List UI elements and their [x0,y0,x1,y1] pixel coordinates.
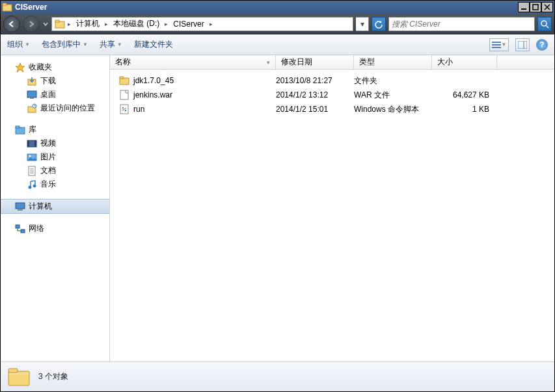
title-bar: CIServer [1,1,554,14]
help-button[interactable]: ? [536,39,548,51]
preview-pane-button[interactable] [515,38,530,51]
maximize-button[interactable] [530,2,541,12]
nav-bar: ▸ 计算机 ▸ 本地磁盘 (D:) ▸ CIServer ▸ ▾ [1,14,554,34]
svg-rect-21 [16,126,20,128]
star-icon [15,62,25,73]
toolbar: 组织▼ 包含到库中▼ 共享▼ 新建文件夹 ▼ ? [1,34,554,55]
svg-rect-7 [55,20,59,22]
refresh-button[interactable] [372,17,386,31]
sidebar-desktop[interactable]: 桌面 [1,88,109,101]
breadcrumb-folder[interactable]: CIServer [170,19,206,29]
folder-icon [7,366,31,388]
history-dropdown-icon[interactable] [42,20,49,29]
sidebar-favorites[interactable]: 收藏夹 [1,60,109,74]
videos-icon [27,138,37,149]
search-input[interactable] [388,17,535,31]
column-headers: 名称▾ 修改日期 类型 大小 [110,55,554,70]
sidebar-downloads[interactable]: 下载 [1,74,109,88]
svg-rect-10 [492,42,501,43]
file-list-pane: 名称▾ 修改日期 类型 大小 jdk1.7.0_452013/10/8 21:2… [110,55,554,361]
chevron-right-icon[interactable]: ▸ [68,21,71,27]
script-icon [119,104,129,114]
file-type: Windows 命令脚本 [354,104,432,115]
chevron-right-icon[interactable]: ▸ [165,21,168,27]
svg-rect-23 [27,140,29,147]
svg-rect-40 [120,90,128,99]
file-date: 2013/10/8 21:27 [276,76,354,85]
svg-rect-13 [518,41,527,49]
breadcrumb-disk[interactable]: 本地磁盘 (D:) [111,18,162,30]
new-folder-button[interactable]: 新建文件夹 [134,39,173,50]
svg-rect-36 [16,225,20,228]
svg-rect-39 [120,77,124,79]
sort-dropdown-icon[interactable]: ▾ [267,59,270,66]
file-date: 2014/1/2 13:12 [276,90,354,99]
column-name[interactable]: 名称▾ [110,55,276,69]
sidebar: 收藏夹 下载 桌面 最近访问的位置 库 视频 图片 文档 音乐 计算机 网络 [1,55,110,361]
svg-point-43 [125,110,126,111]
include-in-library-menu[interactable]: 包含到库中▼ [42,39,88,50]
organize-menu[interactable]: 组织▼ [7,39,30,50]
svg-line-9 [546,25,548,28]
downloads-icon [27,76,37,86]
svg-rect-37 [21,229,25,233]
sidebar-libraries[interactable]: 库 [1,123,109,137]
svg-rect-45 [8,369,18,372]
column-date[interactable]: 修改日期 [276,55,354,69]
file-name: jenkins.war [133,90,172,99]
file-size: 64,627 KB [432,90,497,99]
music-icon [27,179,37,190]
file-type: WAR 文件 [354,90,432,101]
sidebar-recent[interactable]: 最近访问的位置 [1,101,109,115]
file-name: jdk1.7.0_45 [133,76,174,85]
svg-rect-44 [8,371,29,385]
svg-point-8 [541,21,547,26]
column-size[interactable]: 大小 [432,55,497,69]
sidebar-music[interactable]: 音乐 [1,177,109,191]
svg-rect-17 [30,98,34,99]
libraries-icon [15,125,25,135]
chevron-right-icon[interactable]: ▸ [210,21,213,27]
file-icon [119,90,129,100]
documents-icon [27,166,37,176]
file-row[interactable]: jenkins.war2014/1/2 13:12WAR 文件64,627 KB [110,88,554,102]
file-size: 1 KB [432,105,497,114]
network-icon [15,224,25,234]
status-text: 3 个对象 [38,371,68,382]
svg-rect-16 [27,91,36,98]
recent-icon [27,103,37,114]
column-type[interactable]: 类型 [354,55,432,69]
search-button[interactable] [537,17,552,31]
view-options-button[interactable]: ▼ [489,38,509,51]
svg-point-42 [122,107,124,109]
address-bar[interactable]: ▸ 计算机 ▸ 本地磁盘 (D:) ▸ CIServer ▸ [51,17,353,31]
sidebar-pictures[interactable]: 图片 [1,150,109,164]
sidebar-videos[interactable]: 视频 [1,137,109,150]
forward-button[interactable] [23,16,40,33]
sidebar-computer[interactable]: 计算机 [1,199,109,214]
svg-rect-3 [533,5,538,10]
close-button[interactable] [541,2,553,12]
svg-rect-35 [18,209,23,211]
chevron-right-icon[interactable]: ▸ [105,21,108,27]
svg-rect-1 [3,3,7,5]
window-title: CIServer [15,3,518,12]
file-row[interactable]: run2014/1/2 15:01Windows 命令脚本1 KB [110,102,554,116]
minimize-button[interactable] [518,2,530,12]
file-rows: jdk1.7.0_452013/10/8 21:27文件夹jenkins.war… [110,70,554,361]
svg-rect-34 [16,203,25,209]
desktop-icon [27,90,37,100]
computer-icon [15,202,25,212]
svg-point-32 [33,184,36,187]
svg-rect-24 [34,140,36,147]
file-name: run [133,105,144,114]
folder-icon [119,75,129,86]
sidebar-documents[interactable]: 文档 [1,164,109,177]
breadcrumb-computer[interactable]: 计算机 [74,18,102,30]
file-date: 2014/1/2 15:01 [276,105,354,114]
file-row[interactable]: jdk1.7.0_452013/10/8 21:27文件夹 [110,73,554,88]
back-button[interactable] [3,16,20,33]
sidebar-network[interactable]: 网络 [1,222,109,235]
address-dropdown[interactable]: ▾ [356,17,369,31]
share-menu[interactable]: 共享▼ [100,39,122,50]
